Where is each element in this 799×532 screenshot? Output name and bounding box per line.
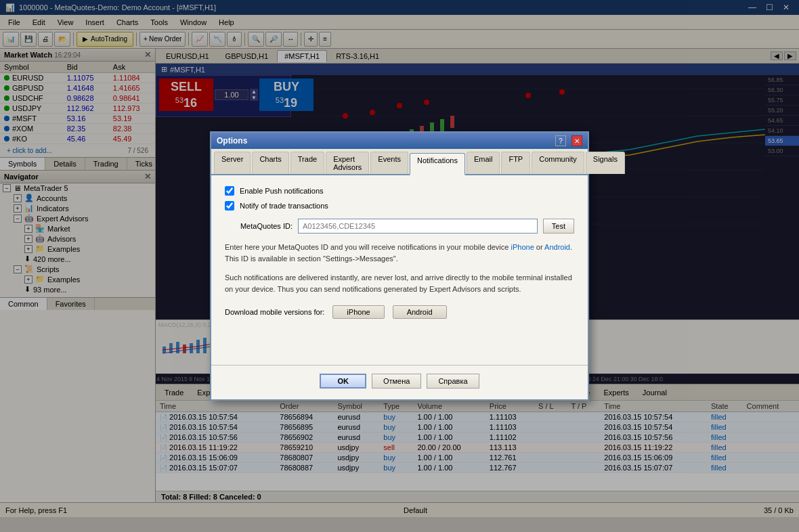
- android-download-button[interactable]: Android: [393, 305, 447, 319]
- dialog-tab-community[interactable]: Community: [532, 152, 584, 174]
- metaquotes-label: MetaQuotes ID:: [225, 222, 293, 230]
- download-row: Download mobile versions for: iPhone And…: [225, 305, 574, 319]
- test-button[interactable]: Test: [543, 219, 574, 234]
- notify-trade-label: Notify of trade transactions: [240, 202, 328, 210]
- dialog-close-button[interactable]: ✕: [571, 135, 582, 146]
- notify-trade-checkbox[interactable]: [225, 201, 234, 210]
- dialog-title-bar: Options ? ✕: [211, 133, 588, 149]
- dialog-action-buttons: OK Отмена Справка: [211, 365, 588, 399]
- dialog-tab-email[interactable]: Email: [467, 152, 500, 174]
- metaquotes-field-row: MetaQuotes ID: Test: [225, 219, 574, 234]
- dialog-tabs: Server Charts Trade Expert Advisors Even…: [211, 149, 588, 175]
- description-text-1: Enter here your MetaQuotes ID and you wi…: [225, 242, 574, 264]
- dialog-help-icon-btn[interactable]: ?: [555, 135, 566, 146]
- android-link-text: Android: [544, 243, 570, 251]
- dialog-tab-ftp[interactable]: FTP: [501, 152, 530, 174]
- notify-trade-row: Notify of trade transactions: [225, 201, 574, 210]
- dialog-tab-events[interactable]: Events: [370, 152, 408, 174]
- dialog-content: Enable Push notifications Notify of trad…: [211, 175, 588, 365]
- help-button[interactable]: Справка: [427, 374, 479, 389]
- description-text-2: Such notifications are delivered instant…: [225, 272, 574, 294]
- enable-push-row: Enable Push notifications: [225, 186, 574, 196]
- options-dialog: Options ? ✕ Server Charts Trade Expert A…: [210, 131, 589, 401]
- iphone-link: iPhone: [511, 243, 534, 251]
- modal-overlay: Options ? ✕ Server Charts Trade Expert A…: [0, 0, 799, 532]
- ok-button[interactable]: OK: [320, 374, 366, 389]
- dialog-tab-signals[interactable]: Signals: [586, 152, 625, 174]
- enable-push-label: Enable Push notifications: [240, 187, 324, 195]
- download-label: Download mobile versions for:: [225, 308, 324, 316]
- dialog-title-text: Options: [217, 136, 247, 146]
- enable-push-checkbox[interactable]: [225, 186, 234, 196]
- dialog-tab-server[interactable]: Server: [214, 152, 251, 174]
- dialog-tab-trade[interactable]: Trade: [290, 152, 324, 174]
- dialog-tab-charts[interactable]: Charts: [252, 152, 288, 174]
- dialog-tab-ea[interactable]: Expert Advisors: [326, 152, 369, 174]
- iphone-download-button[interactable]: iPhone: [332, 305, 384, 319]
- dialog-tab-notifications[interactable]: Notifications: [410, 153, 465, 175]
- cancel-button[interactable]: Отмена: [372, 374, 421, 389]
- metaquotes-id-input[interactable]: [298, 219, 538, 234]
